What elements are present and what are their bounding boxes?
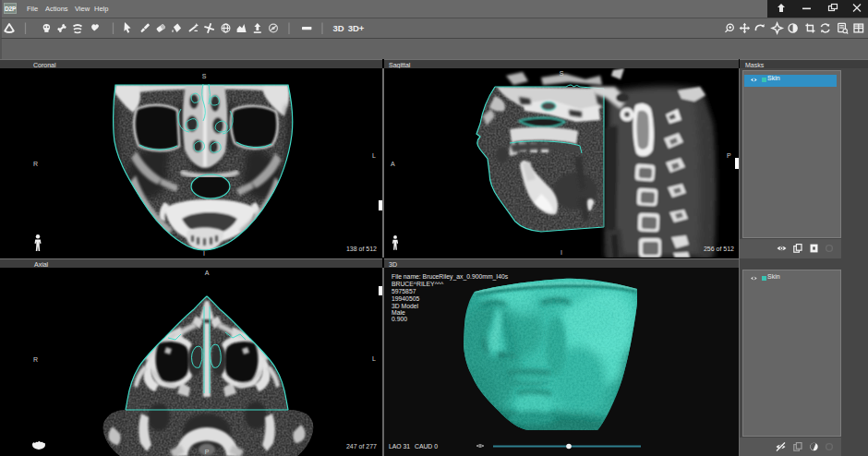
svg-text:L: L <box>372 355 376 362</box>
svg-text:P: P <box>727 152 731 159</box>
svg-text:LAO 31: LAO 31 <box>389 443 410 450</box>
svg-text:3D+: 3D+ <box>348 23 365 33</box>
svg-text:256 of 512: 256 of 512 <box>704 246 734 252</box>
svg-text:R: R <box>33 161 38 167</box>
svg-text:R: R <box>33 356 38 363</box>
svg-text:A: A <box>391 161 395 167</box>
svg-text:S: S <box>560 70 564 77</box>
svg-text:5975857: 5975857 <box>392 288 416 294</box>
svg-text:138 of 512: 138 of 512 <box>346 246 377 252</box>
svg-text:BRUCE^RILEY^^^: BRUCE^RILEY^^^ <box>392 281 444 287</box>
svg-text:S: S <box>202 73 207 79</box>
svg-text:A: A <box>205 270 210 276</box>
svg-text:CAUD 0: CAUD 0 <box>415 443 438 450</box>
svg-text:19940505: 19940505 <box>392 295 419 302</box>
svg-text:Male: Male <box>392 309 405 316</box>
svg-text:L: L <box>372 152 376 159</box>
svg-text:3D: 3D <box>332 23 344 33</box>
svg-text:0.900: 0.900 <box>392 316 407 322</box>
svg-text:I: I <box>203 250 205 257</box>
svg-text:File name: BruceRiley_ax_0.900: File name: BruceRiley_ax_0.900mm_I40s <box>392 273 509 281</box>
svg-text:P: P <box>205 449 210 455</box>
svg-text:3D Model: 3D Model <box>392 303 419 309</box>
svg-text:I: I <box>561 249 562 256</box>
svg-text:247 of 277: 247 of 277 <box>346 443 377 450</box>
